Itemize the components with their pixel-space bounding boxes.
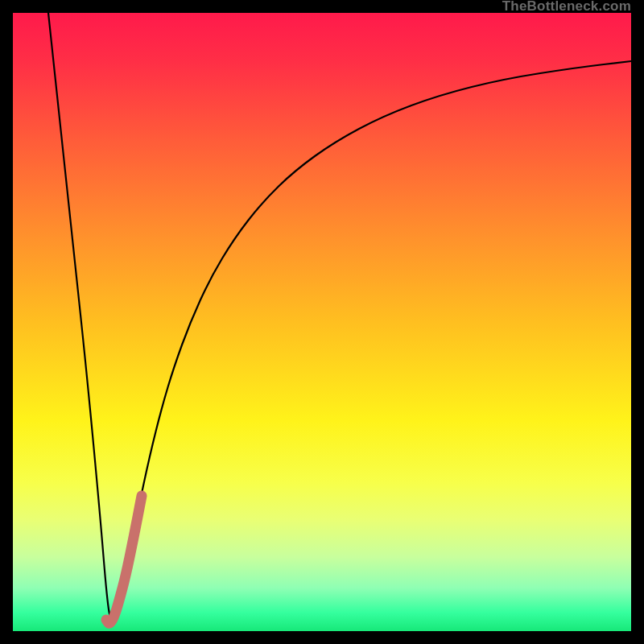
- highlight-segment: [106, 496, 142, 623]
- plot-area: [13, 13, 631, 631]
- curve-layer: [13, 13, 631, 631]
- chart-frame: TheBottleneck.com: [0, 0, 644, 644]
